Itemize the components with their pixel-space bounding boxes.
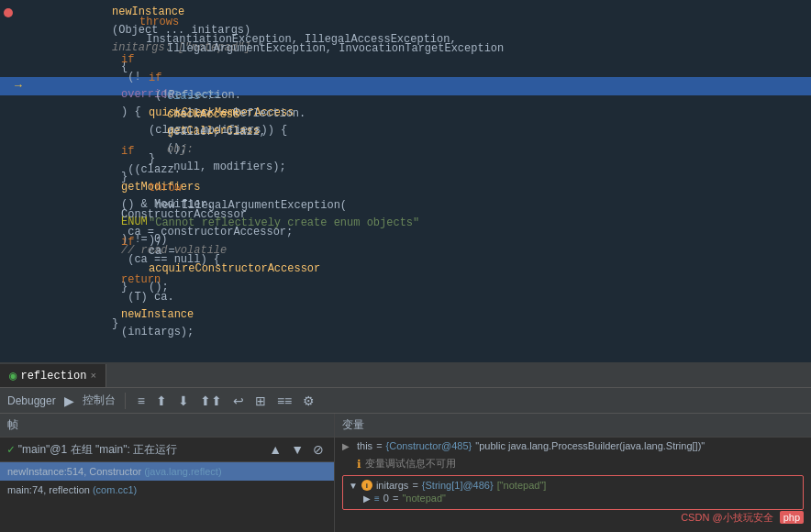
var-eq-initargs: = — [412, 480, 417, 491]
mute-button[interactable]: ≡≡ — [274, 393, 294, 409]
var-name-initargs: initargs — [376, 480, 408, 491]
keyword: if — [121, 145, 134, 158]
var-index-0: 0 — [383, 493, 389, 504]
warning-text: 变量调试信息不可用 — [365, 457, 456, 471]
var-type-initargs: {String[1]@486} — [422, 480, 494, 491]
thread-filter-button[interactable]: ⊘ — [310, 441, 327, 458]
vars-header: 变量 — [335, 414, 811, 438]
expand-icon-sub-0: ▶ — [363, 493, 371, 504]
frame-item-0[interactable]: newInstance:514, Constructor (java.lang.… — [0, 462, 334, 481]
frame-class-1: (com.cc1) — [93, 484, 137, 495]
watermark-text: CSDN @小技玩安全 — [681, 512, 772, 523]
var-item-this[interactable]: ▶ this = {Constructor@485} "public java.… — [335, 438, 811, 454]
var-type-this: {Constructor@485} — [386, 440, 472, 451]
frames-header: 帧 — [0, 414, 334, 438]
code-editor: public T newInstance (Object ... initarg… — [0, 0, 811, 362]
frame-item-1[interactable]: main:74, reflection (com.cc1) — [0, 481, 334, 499]
breakpoint-indicator — [4, 8, 13, 17]
execution-arrow: → — [15, 77, 22, 96]
code-line: return (T) ca. newInstance (initargs); — [0, 297, 811, 316]
tab-bar: ◉ reflection × — [0, 364, 811, 388]
var-val-initargs: ["notepad"] — [497, 480, 547, 491]
console-label: 控制台 — [83, 393, 116, 408]
run-to-cursor-button[interactable]: ↩ — [230, 393, 247, 409]
step-over-button[interactable]: ⬆ — [153, 393, 170, 409]
editor-tab-reflection[interactable]: ◉ reflection × — [0, 364, 106, 387]
keyword: return — [121, 273, 161, 286]
thread-down-button[interactable]: ▼ — [288, 441, 306, 458]
var-eq: = — [376, 440, 382, 451]
var-eq-0: = — [393, 493, 398, 504]
thread-status-icon: ✓ — [7, 442, 15, 457]
tab-close-button[interactable]: × — [90, 371, 96, 382]
frame-method-0: newInstance:514, Constructor — [7, 466, 144, 477]
var-warning-row: ℹ 变量调试信息不可用 — [335, 454, 811, 473]
var-val-this: "public java.lang.ProcessBuilder(java.la… — [475, 440, 705, 451]
initargs-sub-item-0[interactable]: ▶ ≡ 0 = "notepad" — [349, 491, 797, 505]
method-name: checkAccess — [167, 108, 239, 121]
code-lines: public T newInstance (Object ... initarg… — [0, 0, 811, 338]
initargs-type-icon: i — [361, 480, 372, 491]
code-line: } — [0, 316, 811, 334]
run-button[interactable]: ▶ — [61, 393, 77, 409]
code-text: } — [112, 317, 118, 330]
warning-icon: ℹ — [357, 458, 361, 471]
thread-selector: ✓ "main"@1 在组 "main": 正在运行 ▲ ▼ ⊘ — [0, 438, 334, 462]
debugger-label: Debugger — [7, 394, 56, 407]
tab-label: reflection — [20, 370, 86, 382]
initargs-row[interactable]: ▼ i initargs = {String[1]@486} ["notepad… — [349, 480, 797, 491]
frames-panel: 帧 ✓ "main"@1 在组 "main": 正在运行 ▲ ▼ ⊘ newIn… — [0, 414, 335, 532]
frame-class-0: (java.lang.reflect) — [144, 466, 221, 477]
frame-method-1: main:74, reflection — [7, 484, 93, 495]
expand-icon-this: ▶ — [342, 441, 353, 451]
expand-icon-initargs: ▼ — [349, 481, 358, 491]
resume-button[interactable]: ≡ — [135, 393, 148, 409]
var-val-0: "notepad" — [402, 493, 446, 504]
step-into-button[interactable]: ⬇ — [175, 393, 192, 409]
evaluate-button[interactable]: ⊞ — [252, 393, 269, 409]
debugger-toolbar: Debugger ▶ 控制台 ≡ ⬆ ⬇ ⬆⬆ ↩ ⊞ ≡≡ ⚙ — [0, 388, 811, 414]
list-icon-0: ≡ — [374, 493, 380, 504]
settings-button[interactable]: ⚙ — [300, 393, 317, 409]
watermark-badge: php — [780, 511, 804, 524]
var-name-this: this — [357, 440, 372, 451]
step-out-button[interactable]: ⬆⬆ — [197, 393, 225, 409]
thread-nav-arrows: ▲ ▼ ⊘ — [266, 441, 327, 458]
code-text: (T) ca. — [121, 291, 174, 304]
watermark: CSDN @小技玩安全 php — [681, 511, 804, 525]
thread-up-button[interactable]: ▲ — [266, 441, 284, 458]
tab-icon: ◉ — [9, 368, 17, 383]
initargs-box: ▼ i initargs = {String[1]@486} ["notepad… — [342, 475, 804, 510]
thread-label: "main"@1 在组 "main": 正在运行 — [18, 442, 262, 458]
toolbar-divider — [125, 393, 126, 409]
bottom-panel: ◉ reflection × Debugger ▶ 控制台 ≡ ⬆ ⬇ ⬆⬆ ↩… — [0, 362, 811, 532]
